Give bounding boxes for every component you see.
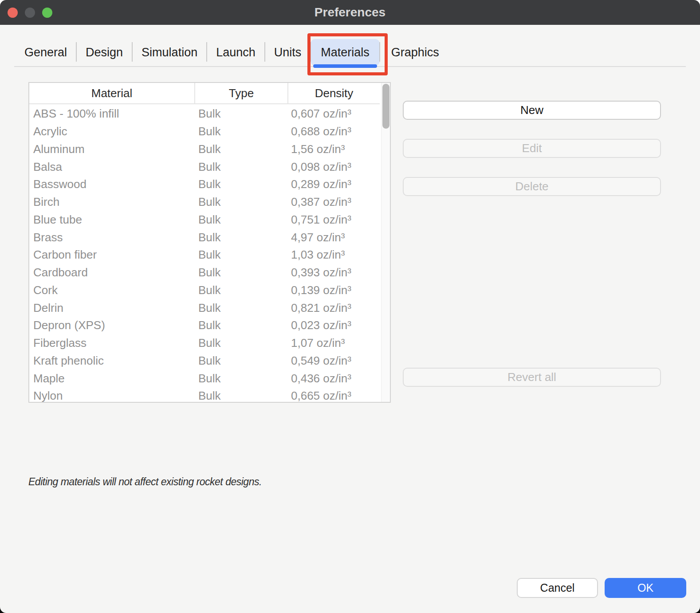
table-row[interactable]: Blue tubeBulk0,751 oz/in³: [29, 211, 381, 229]
cell-density: 0,751 oz/in³: [287, 211, 380, 229]
table-row[interactable]: MapleBulk0,436 oz/in³: [29, 369, 381, 387]
table-row[interactable]: BasswoodBulk0,289 oz/in³: [29, 176, 381, 193]
cell-type: Bulk: [194, 299, 287, 317]
zoom-button[interactable]: [42, 8, 52, 18]
tab-general[interactable]: General: [15, 39, 76, 66]
cell-type: Bulk: [194, 334, 287, 352]
cell-material: Blue tube: [29, 211, 194, 229]
tab-design[interactable]: Design: [76, 39, 132, 66]
cell-density: 0,688 oz/in³: [287, 123, 380, 141]
cell-type: Bulk: [194, 211, 287, 229]
ok-button[interactable]: OK: [605, 578, 686, 598]
cell-density: 0,436 oz/in³: [287, 369, 380, 387]
titlebar: Preferences: [0, 0, 700, 25]
materials-table-body: ABS - 100% infillBulk0,607 oz/in³Acrylic…: [29, 105, 381, 402]
annotation-rectangle: [307, 33, 388, 75]
table-row[interactable]: CorkBulk0,139 oz/in³: [29, 282, 381, 299]
cell-material: Cork: [29, 282, 194, 299]
cell-material: Basswood: [29, 176, 194, 193]
edit-button[interactable]: Edit: [403, 139, 661, 158]
scrollbar-thumb[interactable]: [382, 84, 389, 129]
cell-density: 0,387 oz/in³: [287, 193, 380, 211]
table-row[interactable]: ABS - 100% infillBulk0,607 oz/in³: [29, 105, 381, 123]
table-row[interactable]: Carbon fiberBulk1,03 oz/in³: [29, 246, 381, 264]
cell-type: Bulk: [194, 264, 287, 282]
cell-density: 0,098 oz/in³: [287, 158, 380, 176]
table-row[interactable]: AcrylicBulk0,688 oz/in³: [29, 123, 381, 141]
cell-density: 0,665 oz/in³: [287, 387, 380, 402]
cell-type: Bulk: [194, 228, 287, 246]
tab-label: Simulation: [142, 46, 197, 59]
cancel-button[interactable]: Cancel: [517, 578, 598, 598]
cell-density: 1,56 oz/in³: [287, 141, 380, 158]
cell-type: Bulk: [194, 141, 287, 158]
cell-material: Nylon: [29, 387, 194, 402]
cell-type: Bulk: [194, 105, 287, 123]
minimize-button[interactable]: [25, 8, 35, 18]
table-row[interactable]: FiberglassBulk1,07 oz/in³: [29, 334, 381, 352]
cell-type: Bulk: [194, 352, 287, 370]
tab-label: Design: [86, 46, 123, 59]
cell-type: Bulk: [194, 158, 287, 176]
table-row[interactable]: Depron (XPS)Bulk0,023 oz/in³: [29, 317, 381, 334]
column-header-type[interactable]: Type: [194, 83, 287, 104]
cell-density: 0,393 oz/in³: [287, 264, 380, 282]
cell-type: Bulk: [194, 176, 287, 193]
cell-material: Carbon fiber: [29, 246, 194, 264]
cell-material: Delrin: [29, 299, 194, 317]
cell-type: Bulk: [194, 193, 287, 211]
cell-material: Kraft phenolic: [29, 352, 194, 370]
tab-units[interactable]: Units: [265, 39, 311, 66]
materials-table: Material Type Density ABS - 100% infillB…: [28, 82, 391, 403]
materials-note: Editing materials will not affect existi…: [28, 476, 262, 488]
cell-density: 0,821 oz/in³: [287, 299, 380, 317]
table-row[interactable]: NylonBulk0,665 oz/in³: [29, 387, 381, 402]
cell-type: Bulk: [194, 387, 287, 402]
delete-button[interactable]: Delete: [403, 177, 661, 196]
cell-type: Bulk: [194, 282, 287, 299]
column-header-material[interactable]: Material: [29, 83, 194, 104]
scrollbar-track[interactable]: [381, 83, 390, 402]
table-row[interactable]: BrassBulk4,97 oz/in³: [29, 228, 381, 246]
cell-density: 0,549 oz/in³: [287, 352, 380, 370]
tab-label: Units: [274, 46, 302, 59]
cell-density: 4,97 oz/in³: [287, 228, 380, 246]
cell-material: Acrylic: [29, 123, 194, 141]
tab-simulation[interactable]: Simulation: [132, 39, 207, 66]
cell-type: Bulk: [194, 369, 287, 387]
cell-type: Bulk: [194, 246, 287, 264]
tab-launch[interactable]: Launch: [207, 39, 265, 66]
cell-density: 0,289 oz/in³: [287, 176, 380, 193]
table-row[interactable]: BirchBulk0,387 oz/in³: [29, 193, 381, 211]
table-header: Material Type Density: [29, 83, 381, 104]
cell-density: 1,07 oz/in³: [287, 334, 380, 352]
window-title: Preferences: [0, 0, 700, 25]
column-header-density[interactable]: Density: [287, 83, 380, 104]
table-row[interactable]: AluminumBulk1,56 oz/in³: [29, 141, 381, 158]
cell-material: Brass: [29, 228, 194, 246]
cell-density: 0,607 oz/in³: [287, 105, 380, 123]
cell-material: Birch: [29, 193, 194, 211]
tab-label: General: [24, 46, 67, 59]
cell-type: Bulk: [194, 123, 287, 141]
cell-material: ABS - 100% infill: [29, 105, 194, 123]
table-row[interactable]: CardboardBulk0,393 oz/in³: [29, 264, 381, 282]
new-button[interactable]: New: [403, 101, 661, 120]
table-row[interactable]: DelrinBulk0,821 oz/in³: [29, 299, 381, 317]
close-button[interactable]: [8, 8, 18, 18]
table-row[interactable]: Kraft phenolicBulk0,549 oz/in³: [29, 352, 381, 370]
tab-label: Launch: [216, 46, 256, 59]
table-row[interactable]: BalsaBulk0,098 oz/in³: [29, 158, 381, 176]
preferences-window: Preferences General Design Simulation La…: [0, 0, 700, 613]
cell-density: 0,023 oz/in³: [287, 317, 380, 334]
cell-material: Depron (XPS): [29, 317, 194, 334]
cell-material: Balsa: [29, 158, 194, 176]
revert-all-button[interactable]: Revert all: [403, 368, 661, 387]
cell-material: Fiberglass: [29, 334, 194, 352]
cell-material: Aluminum: [29, 141, 194, 158]
cell-material: Cardboard: [29, 264, 194, 282]
traffic-lights: [8, 0, 52, 25]
tab-graphics[interactable]: Graphics: [382, 39, 448, 66]
cell-density: 1,03 oz/in³: [287, 246, 380, 264]
cell-density: 0,139 oz/in³: [287, 282, 380, 299]
